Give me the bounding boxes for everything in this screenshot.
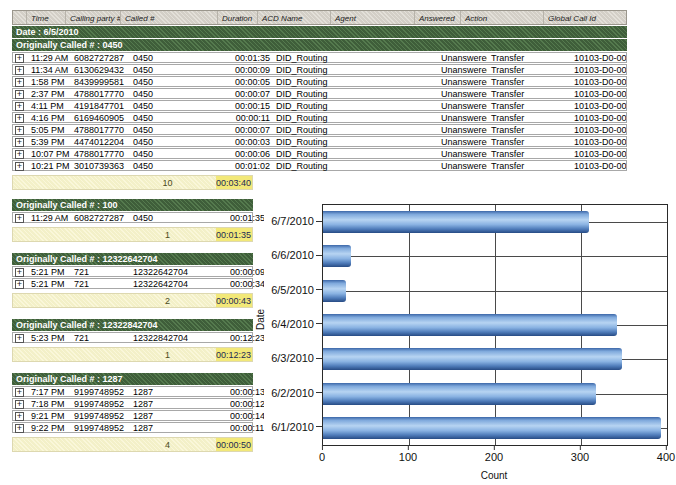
call-row[interactable]: + 10:07 PM 4788017770 0450 00:00:06 DID_… — [12, 148, 627, 159]
bar-row — [323, 239, 667, 273]
expand-icon[interactable]: + — [15, 114, 24, 123]
expand-icon[interactable]: + — [15, 54, 24, 63]
cell-calling-party: 6082727287 — [70, 213, 129, 223]
expand-icon[interactable]: + — [15, 214, 24, 223]
bar[interactable] — [323, 348, 622, 370]
cell-time: 11:29 AM — [27, 53, 70, 63]
bar[interactable] — [323, 245, 351, 267]
call-row[interactable]: + 4:11 PM 4191847701 0450 00:00:15 DID_R… — [12, 100, 627, 111]
expand-cell: + — [13, 149, 27, 159]
cell-called: 0450 — [129, 161, 230, 171]
expand-icon[interactable]: + — [15, 102, 24, 111]
cell-calling-party: 9199748952 — [70, 387, 129, 397]
cell-answered: Unanswered — [437, 53, 487, 63]
expand-icon[interactable]: + — [15, 126, 24, 135]
cell-action: Transfer — [487, 149, 574, 159]
call-row[interactable]: + 5:21 PM 721 12322642704 00:00:09 — [12, 266, 253, 277]
call-row[interactable]: + 7:17 PM 9199748952 1287 00:00:13 — [12, 386, 253, 397]
date-group-header[interactable]: Date : 6/5/2010 — [12, 26, 627, 38]
expand-icon[interactable]: + — [15, 280, 24, 289]
cell-called: 0450 — [129, 125, 230, 135]
call-row[interactable]: + 5:39 PM 4474012204 0450 00:00:03 DID_R… — [12, 136, 627, 147]
cell-acd-name: DID_Routing — [272, 101, 349, 111]
column-header-duration[interactable]: Duration — [218, 11, 258, 24]
expand-icon[interactable]: + — [15, 78, 24, 87]
summary-count: 1 — [119, 350, 216, 360]
call-row[interactable]: + 10:21 PM 3010739363 0450 00:01:02 DID_… — [12, 160, 627, 171]
cell-global-call-id: 10103-D0-0011B-770 — [574, 77, 626, 87]
cell-answered: Unanswered — [437, 65, 487, 75]
cell-time: 2:37 PM — [27, 89, 70, 99]
x-tick: 300 — [571, 445, 589, 463]
column-header-global-call-id[interactable]: Global Call Id — [544, 11, 626, 24]
bar[interactable] — [323, 383, 596, 405]
expand-cell: + — [13, 279, 27, 289]
group-header[interactable]: Originally Called # : 12322642704 — [12, 253, 253, 265]
y-tick-label: 6/2/2010 — [248, 375, 322, 409]
call-row[interactable]: + 1:58 PM 8439999581 0450 00:00:05 DID_R… — [12, 76, 627, 87]
call-row[interactable]: + 11:34 AM 6130629432 0450 00:00:09 DID_… — [12, 64, 627, 75]
expand-icon[interactable]: + — [15, 400, 24, 409]
cell-action: Transfer — [487, 101, 574, 111]
bar[interactable] — [323, 211, 589, 233]
cell-acd-name: DID_Routing — [272, 77, 349, 87]
cell-time: 5:21 PM — [27, 267, 70, 277]
call-row[interactable]: + 11:29 AM 6082727287 0450 00:01:35 DID_… — [12, 52, 627, 63]
expand-icon[interactable]: + — [15, 66, 24, 75]
y-tick-label: 6/7/2010 — [248, 204, 322, 238]
group-header[interactable]: Originally Called # : 12322842704 — [12, 319, 253, 331]
call-row[interactable]: + 4:16 PM 6169460905 0450 00:00:11 DID_R… — [12, 112, 627, 123]
expand-icon[interactable]: + — [15, 334, 24, 343]
bar[interactable] — [323, 314, 617, 336]
column-header-action[interactable]: Action — [461, 11, 544, 24]
cell-time: 5:21 PM — [27, 279, 70, 289]
column-header-answered[interactable]: Answered — [415, 11, 461, 24]
expand-icon[interactable]: + — [15, 268, 24, 277]
cell-acd-name: DID_Routing — [272, 89, 349, 99]
cell-time: 9:21 PM — [27, 411, 70, 421]
bar-row — [323, 411, 667, 445]
expand-icon[interactable]: + — [15, 150, 24, 159]
cell-answered: Unanswered — [437, 149, 487, 159]
call-row[interactable]: + 5:23 PM 721 12322842704 00:12:23 — [12, 332, 253, 343]
cell-time: 11:34 AM — [27, 65, 70, 75]
expand-icon[interactable]: + — [15, 162, 24, 171]
call-row[interactable]: + 5:21 PM 721 12322642704 00:00:34 — [12, 278, 253, 289]
call-group: Originally Called # : 12322842704 + 5:23… — [12, 319, 253, 362]
call-row[interactable]: + 9:21 PM 9199748952 1287 00:00:14 — [12, 410, 253, 421]
x-axis-title: Count — [322, 470, 666, 481]
column-header-calling-party[interactable]: Calling party # — [66, 11, 121, 24]
expand-icon[interactable]: + — [15, 412, 24, 421]
cell-answered: Unanswered — [437, 125, 487, 135]
call-row[interactable]: + 9:22 PM 9199748952 1287 00:00:11 — [12, 422, 253, 433]
call-row[interactable]: + 7:18 PM 9199748952 1287 00:00:12 — [12, 398, 253, 409]
call-row[interactable]: + 2:37 PM 4788017770 0450 00:00:07 DID_R… — [12, 88, 627, 99]
x-tick-mark — [407, 445, 408, 450]
column-header-called[interactable]: Called # — [121, 11, 218, 24]
expand-icon[interactable]: + — [15, 138, 24, 147]
column-header-time[interactable]: Time — [27, 11, 66, 24]
expand-cell: + — [13, 423, 27, 433]
call-row[interactable]: + 11:29 AM 6082727287 0450 00:01:35 — [12, 212, 253, 223]
cell-action: Transfer — [487, 65, 574, 75]
bar[interactable] — [323, 417, 661, 439]
column-header-agent[interactable]: Agent — [331, 11, 415, 24]
expand-icon[interactable]: + — [15, 388, 24, 397]
cell-acd-name: DID_Routing — [272, 149, 349, 159]
cell-time: 7:17 PM — [27, 387, 70, 397]
column-header-acd-name[interactable]: ACD Name — [258, 11, 331, 24]
cell-answered: Unanswered — [437, 137, 487, 147]
group-header-0450[interactable]: Originally Called # : 0450 — [12, 39, 627, 51]
summary-total-duration: 00:12:23 — [216, 348, 252, 361]
cell-called: 0450 — [129, 101, 230, 111]
column-header-expand[interactable] — [13, 11, 27, 24]
cell-calling-party: 4788017770 — [70, 89, 129, 99]
call-row[interactable]: + 5:05 PM 4788017770 0450 00:00:07 DID_R… — [12, 124, 627, 135]
cell-time: 10:07 PM — [27, 149, 70, 159]
group-header[interactable]: Originally Called # : 100 — [12, 199, 253, 211]
group-header[interactable]: Originally Called # : 1287 — [12, 373, 253, 385]
cell-time: 5:05 PM — [27, 125, 70, 135]
expand-icon[interactable]: + — [15, 424, 24, 433]
bar[interactable] — [323, 280, 346, 302]
expand-icon[interactable]: + — [15, 90, 24, 99]
